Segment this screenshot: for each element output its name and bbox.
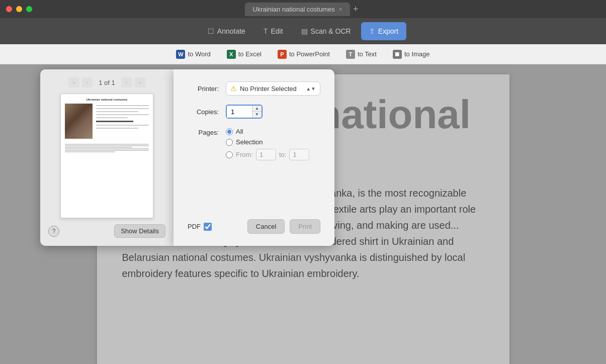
edit-button[interactable]: T Edit xyxy=(255,22,291,40)
thumb-text-line xyxy=(65,148,149,149)
thumb-text-line xyxy=(65,147,132,148)
thumb-text-line xyxy=(65,145,149,146)
pages-all-radio[interactable] xyxy=(226,128,233,135)
to-text-button[interactable]: T to Text xyxy=(340,47,383,61)
thumb-text-line xyxy=(96,128,138,129)
main-toolbar: ☐ Annotate T Edit ▤ Scan & OCR ⇧ Export xyxy=(0,18,606,44)
pages-selection-label: Selection xyxy=(236,138,263,146)
minimize-button[interactable] xyxy=(16,6,22,12)
pdf-checkbox[interactable] xyxy=(204,223,212,231)
print-settings-panel: Printer: ⚠ No Printer Selected ▲▼ Copies… xyxy=(174,69,334,246)
pages-all-label: All xyxy=(236,128,243,135)
copies-decrement-button[interactable]: ▼ xyxy=(252,112,262,118)
printer-row: Printer: ⚠ No Printer Selected ▲▼ xyxy=(188,81,320,96)
thumb-text-line xyxy=(96,125,149,126)
to-text-label: to Text xyxy=(358,50,377,58)
export-label: Export xyxy=(378,27,398,35)
last-page-button[interactable]: » xyxy=(134,77,145,87)
scan-icon: ▤ xyxy=(301,27,308,35)
tab-bar: Ukrainian national costumes × + xyxy=(244,3,361,16)
image-icon: ◼ xyxy=(393,50,402,59)
tab-add-button[interactable]: + xyxy=(350,4,362,15)
copies-label: Copies: xyxy=(188,108,219,116)
edit-label: Edit xyxy=(271,27,283,35)
thumb-highlight xyxy=(96,121,133,122)
copies-increment-button[interactable]: ▲ xyxy=(252,106,262,112)
pages-range-row: From: to: xyxy=(226,149,309,160)
to-powerpoint-label: to PowerPoint xyxy=(289,50,330,58)
printer-warning-icon: ⚠ xyxy=(230,84,237,93)
print-dialog-overlay: « ‹ 1 of 1 › » Ukrainian national costum… xyxy=(0,64,606,364)
window-controls xyxy=(6,6,32,12)
thumb-text-line xyxy=(96,117,128,118)
annotate-button[interactable]: ☐ Annotate xyxy=(200,22,253,40)
annotate-icon: ☐ xyxy=(208,27,214,35)
to-powerpoint-button[interactable]: P to PowerPoint xyxy=(272,47,336,61)
copies-row: Copies: ▲ ▼ xyxy=(188,105,320,119)
tab-close-icon[interactable]: × xyxy=(339,6,342,12)
page-thumbnail: Ukrainian national costumes xyxy=(60,94,153,218)
pages-options: All Selection From: to: xyxy=(226,128,309,160)
thumb-image xyxy=(65,104,93,139)
thumb-text-line xyxy=(65,144,149,145)
printer-select[interactable]: ⚠ No Printer Selected ▲▼ xyxy=(226,81,320,96)
thumb-text-line xyxy=(96,111,138,112)
chevron-down-icon: ▲▼ xyxy=(306,86,316,92)
copies-stepper: ▲ ▼ xyxy=(252,106,262,118)
word-icon: W xyxy=(176,50,185,59)
pages-range-radio[interactable] xyxy=(226,151,233,158)
to-image-button[interactable]: ◼ to Image xyxy=(387,47,436,61)
print-button[interactable]: Print xyxy=(290,219,320,234)
thumb-text-line xyxy=(65,150,149,151)
preview-actions: ? Show Details xyxy=(48,224,165,238)
help-button[interactable]: ? xyxy=(48,226,59,237)
annotate-label: Annotate xyxy=(217,27,245,35)
pages-section: Pages: All Selection xyxy=(188,128,320,160)
pages-from-input[interactable] xyxy=(256,149,276,160)
thumb-text-line xyxy=(65,151,115,152)
powerpoint-icon: P xyxy=(278,50,287,59)
printer-name: No Printer Selected xyxy=(240,85,303,93)
close-button[interactable] xyxy=(6,6,12,12)
thumb-title: Ukrainian national costumes xyxy=(65,98,149,101)
thumb-text-line xyxy=(96,108,149,109)
export-icon: ⇧ xyxy=(369,27,375,35)
scan-ocr-button[interactable]: ▤ Scan & OCR xyxy=(293,22,359,40)
to-excel-button[interactable]: X to Excel xyxy=(221,47,268,61)
prev-page-button[interactable]: ‹ xyxy=(81,77,93,87)
copies-input-wrap: ▲ ▼ xyxy=(226,105,263,119)
excel-icon: X xyxy=(227,50,236,59)
pages-from-label: From: xyxy=(236,151,253,158)
action-buttons: Cancel Print xyxy=(247,219,320,234)
preview-navigation: « ‹ 1 of 1 › » xyxy=(48,77,165,87)
pages-label: Pages: xyxy=(188,128,219,136)
to-word-button[interactable]: W to Word xyxy=(170,47,216,61)
to-word-label: to Word xyxy=(188,50,210,58)
to-image-label: to Image xyxy=(404,50,430,58)
export-button[interactable]: ⇧ Export xyxy=(361,22,406,40)
cancel-button[interactable]: Cancel xyxy=(247,219,285,234)
settings-footer: PDF Cancel Print xyxy=(188,209,320,234)
first-page-button[interactable]: « xyxy=(68,77,79,87)
pdf-row: PDF xyxy=(188,223,212,231)
page-count-label: 1 of 1 xyxy=(99,79,115,86)
pdf-label: PDF xyxy=(188,223,201,230)
pages-all-row: All xyxy=(226,128,309,135)
pages-to-input[interactable] xyxy=(289,149,309,160)
pages-selection-row: Selection xyxy=(226,138,309,146)
next-page-button[interactable]: › xyxy=(121,77,132,87)
thumb-text-line xyxy=(96,114,149,115)
copies-input[interactable] xyxy=(227,106,252,118)
active-tab[interactable]: Ukrainian national costumes × xyxy=(244,3,350,16)
print-preview-panel: « ‹ 1 of 1 › » Ukrainian national costum… xyxy=(40,69,174,246)
title-bar: Ukrainian national costumes × + xyxy=(0,0,606,18)
pages-selection-radio[interactable] xyxy=(226,139,233,146)
pages-to-label: to: xyxy=(279,151,286,158)
show-details-button[interactable]: Show Details xyxy=(114,224,165,238)
maximize-button[interactable] xyxy=(26,6,32,12)
printer-label: Printer: xyxy=(188,85,219,93)
thumb-text-line xyxy=(96,105,149,106)
pages-row: Pages: All Selection xyxy=(188,128,320,160)
to-excel-label: to Excel xyxy=(238,50,262,58)
main-content: Ukrainian national costumes The iconic e… xyxy=(0,64,606,364)
